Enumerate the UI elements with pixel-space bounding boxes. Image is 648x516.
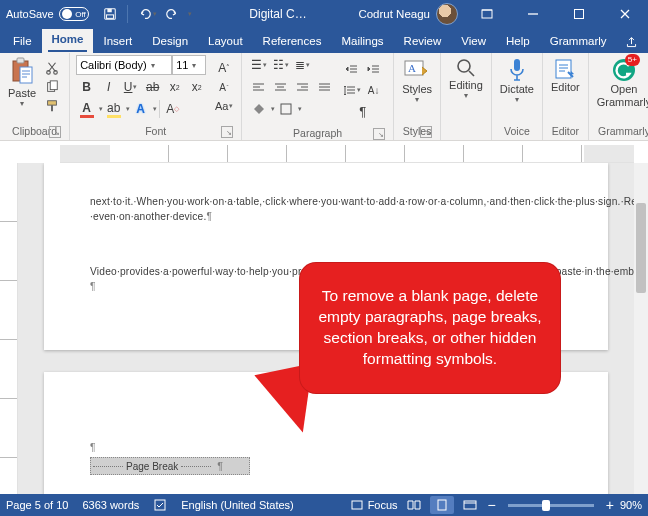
qat-customize-icon[interactable]: ▾ <box>188 5 192 23</box>
page-break-indicator[interactable]: Page Break <box>90 457 250 475</box>
align-center-button[interactable] <box>270 77 292 97</box>
grammarly-button[interactable]: 5+ Open Grammarly <box>595 55 648 110</box>
font-launcher[interactable]: ↘ <box>221 126 233 138</box>
print-layout-button[interactable] <box>430 496 454 514</box>
shrink-font-button[interactable]: A˅ <box>215 78 233 96</box>
justify-button[interactable] <box>314 77 336 97</box>
tab-mailings[interactable]: Mailings <box>331 31 393 53</box>
format-painter-icon[interactable] <box>43 97 61 115</box>
dictate-button[interactable]: Dictate▾ <box>498 55 536 106</box>
align-right-button[interactable] <box>292 77 314 97</box>
avatar[interactable] <box>436 3 458 25</box>
spellcheck-status-icon[interactable] <box>153 498 167 512</box>
document-title: Digital C… <box>198 7 359 21</box>
decrease-indent-button[interactable] <box>341 59 363 79</box>
redo-icon[interactable] <box>165 5 179 23</box>
subscript-button[interactable]: x2 <box>164 77 186 97</box>
font-color-button[interactable]: A <box>76 99 98 119</box>
font-size-combo[interactable]: 11▾ <box>172 55 206 75</box>
underline-button[interactable]: U▾ <box>120 77 142 97</box>
multilevel-button[interactable]: ≣▾ <box>292 55 314 75</box>
ribbon-display-options-icon[interactable] <box>464 0 510 28</box>
svg-rect-22 <box>438 500 446 510</box>
tab-design[interactable]: Design <box>142 31 198 53</box>
page-indicator[interactable]: Page 5 of 10 <box>6 499 68 511</box>
text-effects-button[interactable]: A <box>130 99 152 119</box>
body-paragraph-1: next·to·it.·When·you·work·on·a·table,·cl… <box>90 196 634 222</box>
horizontal-ruler[interactable] <box>60 145 634 163</box>
cut-icon[interactable] <box>43 59 61 77</box>
grow-font-button[interactable]: A˄ <box>215 59 233 77</box>
group-label-voice: Voice <box>504 125 530 137</box>
borders-button[interactable] <box>275 99 297 119</box>
increase-indent-button[interactable] <box>363 59 385 79</box>
strikethrough-button[interactable]: ab <box>142 77 164 97</box>
sort-button[interactable]: A↓ <box>363 80 385 100</box>
document-page-2[interactable]: Page Break <box>44 372 608 494</box>
superscript-button[interactable]: x2 <box>186 77 208 97</box>
vertical-scrollbar[interactable] <box>634 163 648 494</box>
zoom-level[interactable]: 90% <box>620 499 642 511</box>
tab-help[interactable]: Help <box>496 31 540 53</box>
editor-icon <box>553 57 577 81</box>
share-button[interactable] <box>617 32 646 53</box>
numbering-button[interactable]: ☷▾ <box>270 55 292 75</box>
zoom-out-button[interactable]: − <box>486 497 498 513</box>
maximize-button[interactable] <box>556 0 602 28</box>
tab-insert[interactable]: Insert <box>93 31 142 53</box>
tab-references[interactable]: References <box>253 31 332 53</box>
line-spacing-button[interactable]: ▾ <box>341 80 363 100</box>
focus-mode-button[interactable]: Focus <box>351 499 398 511</box>
read-mode-button[interactable] <box>402 496 426 514</box>
autosave-label: AutoSave <box>6 8 54 20</box>
ribbon-tabs: File Home Insert Design Layout Reference… <box>0 28 648 53</box>
svg-rect-7 <box>20 67 32 83</box>
language-indicator[interactable]: English (United States) <box>181 499 294 511</box>
paragraph-launcher[interactable]: ↘ <box>373 128 385 140</box>
editor-button[interactable]: Editor <box>549 55 582 95</box>
undo-icon[interactable]: ▾ <box>138 5 157 23</box>
group-label-paragraph: Paragraph <box>293 127 342 139</box>
autosave-toggle[interactable]: Off <box>59 7 89 21</box>
tab-view[interactable]: View <box>451 31 496 53</box>
tab-home[interactable]: Home <box>42 29 94 53</box>
svg-rect-20 <box>155 500 165 510</box>
vertical-ruler[interactable] <box>0 163 18 494</box>
tab-file[interactable]: File <box>3 31 42 53</box>
svg-text:A: A <box>408 62 416 74</box>
change-case-button[interactable]: Aa▾ <box>215 97 233 115</box>
highlight-button[interactable]: ab <box>103 99 125 119</box>
styles-launcher[interactable]: ↘ <box>420 126 432 138</box>
zoom-slider[interactable] <box>508 504 594 507</box>
minimize-button[interactable] <box>510 0 556 28</box>
save-icon[interactable] <box>103 5 117 23</box>
paste-button[interactable]: Paste ▾ <box>6 55 38 110</box>
word-count[interactable]: 6363 words <box>82 499 139 511</box>
svg-rect-11 <box>50 81 57 90</box>
svg-rect-3 <box>482 10 492 18</box>
tab-grammarly[interactable]: Grammarly <box>540 31 617 53</box>
svg-point-16 <box>458 60 470 72</box>
bold-button[interactable]: B <box>76 77 98 97</box>
tab-layout[interactable]: Layout <box>198 31 253 53</box>
zoom-in-button[interactable]: + <box>604 497 616 513</box>
italic-button[interactable]: I <box>98 77 120 97</box>
svg-rect-21 <box>352 501 362 509</box>
svg-rect-2 <box>106 15 113 19</box>
svg-rect-1 <box>107 9 111 13</box>
align-left-button[interactable] <box>248 77 270 97</box>
close-button[interactable] <box>602 0 648 28</box>
clear-formatting-button[interactable]: A◇ <box>162 99 184 119</box>
font-name-combo[interactable]: Calibri (Body)▾ <box>76 55 172 75</box>
tab-review[interactable]: Review <box>394 31 452 53</box>
bullets-button[interactable]: ☰▾ <box>248 55 270 75</box>
styles-button[interactable]: A Styles▾ <box>400 55 434 106</box>
shading-button[interactable] <box>248 99 270 119</box>
copy-icon[interactable] <box>43 78 61 96</box>
document-page-1[interactable]: next·to·it.·When·you·work·on·a·table,·cl… <box>44 163 608 350</box>
show-hide-button[interactable]: ¶ <box>352 101 374 121</box>
editing-button[interactable]: Editing▾ <box>447 55 485 102</box>
svg-rect-13 <box>281 104 291 114</box>
clipboard-launcher[interactable]: ↘ <box>49 126 61 138</box>
web-layout-button[interactable] <box>458 496 482 514</box>
